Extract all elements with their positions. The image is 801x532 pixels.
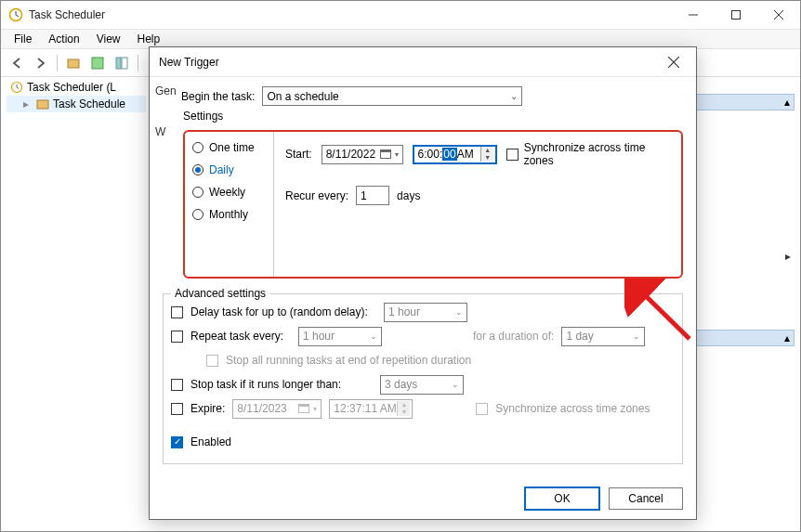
expire-date-value: 8/11/2023: [237, 402, 286, 415]
recur-value-field[interactable]: 1: [356, 186, 389, 205]
settings-legend: Settings: [183, 110, 223, 123]
repeat-value: 1 hour: [303, 330, 335, 343]
tree-child-label: Task Schedule: [53, 97, 125, 110]
forward-button[interactable]: [31, 53, 51, 73]
maximize-button[interactable]: [715, 1, 757, 29]
collapse-icon: ▴: [784, 96, 790, 109]
svg-rect-2: [68, 59, 79, 68]
settings-fieldset: Settings One time Daily Weekly Monthly S…: [163, 111, 683, 282]
calendar-icon: [298, 403, 309, 414]
chevron-down-icon: ⌄: [510, 91, 518, 101]
sync-tz2-checkbox: [476, 403, 488, 415]
duration-value: 1 day: [566, 330, 593, 343]
svg-rect-12: [380, 150, 390, 153]
delay-label: Delay task for up to (random delay):: [190, 305, 376, 318]
repeat-combo[interactable]: 1 hour⌄: [298, 327, 382, 346]
toolbar-icon-1[interactable]: [63, 53, 84, 73]
duration-combo[interactable]: 1 day⌄: [561, 327, 645, 346]
advanced-legend: Advanced settings: [171, 287, 269, 300]
stop-all-label: Stop all running tasks at end of repetit…: [226, 354, 471, 367]
tree-view[interactable]: Task Scheduler (L ▸ Task Schedule: [7, 79, 146, 112]
start-time-suffix: AM: [457, 148, 474, 161]
toolbar-separator: [57, 55, 58, 71]
expire-time-field: 12:37:11 AM ▲▼: [329, 399, 413, 419]
advanced-fieldset: Advanced settings Delay task for up to (…: [163, 293, 683, 464]
svg-rect-14: [299, 405, 309, 408]
delay-value: 1 hour: [388, 305, 420, 318]
toolbar-icon-2[interactable]: [87, 53, 108, 73]
begin-task-value: On a schedule: [267, 90, 338, 103]
window-title: Task Scheduler: [29, 8, 105, 21]
start-label: Start:: [285, 148, 312, 161]
dialog-close-button[interactable]: [661, 49, 687, 75]
stop-longer-label: Stop task if it runs longer than:: [190, 378, 373, 391]
menu-action[interactable]: Action: [41, 31, 86, 47]
sync-tz2-label: Synchronize across time zones: [495, 402, 650, 415]
expire-date-field: 8/11/2023 ▾: [232, 399, 322, 419]
chevron-down-icon: ⌄: [455, 307, 463, 317]
radio-daily[interactable]: Daily: [192, 163, 266, 176]
toolbar-separator: [138, 55, 138, 71]
expire-time-value: 12:37:11 AM: [334, 402, 396, 415]
settings-highlight-box: One time Daily Weekly Monthly Start: 8/1…: [183, 130, 683, 279]
recur-value: 1: [361, 189, 367, 202]
start-time-selected-segment: 00: [442, 148, 456, 161]
behind-tab-gen: Gen: [155, 84, 177, 97]
new-trigger-dialog: New Trigger Gen W Begin the task: On a s…: [149, 46, 697, 520]
stop-longer-value: 3 days: [385, 378, 417, 391]
close-button[interactable]: [757, 1, 800, 29]
time-spinner: ▲▼: [397, 401, 410, 416]
ok-button[interactable]: OK: [525, 487, 599, 510]
menu-view[interactable]: View: [89, 31, 128, 47]
stop-all-checkbox: [206, 355, 218, 367]
chevron-down-icon: ⌄: [370, 331, 377, 341]
radio-one-time[interactable]: One time: [192, 141, 266, 154]
frequency-column: One time Daily Weekly Monthly: [185, 132, 274, 277]
menu-help[interactable]: Help: [130, 31, 168, 47]
app-icon: [8, 7, 23, 22]
tree-root[interactable]: Task Scheduler (L: [7, 79, 146, 96]
expire-label: Expire:: [190, 402, 225, 415]
svg-rect-5: [122, 58, 127, 69]
expand-icon[interactable]: ▸: [23, 97, 33, 110]
minimize-button[interactable]: [672, 1, 715, 29]
enabled-label: Enabled: [190, 435, 231, 448]
svg-rect-1: [732, 11, 741, 19]
stop-longer-combo[interactable]: 3 days⌄: [380, 375, 464, 395]
back-button[interactable]: [7, 53, 27, 73]
recur-unit: days: [397, 189, 420, 202]
tree-root-label: Task Scheduler (L: [27, 81, 116, 94]
start-date-value: 8/11/2022: [326, 148, 375, 161]
delay-combo[interactable]: 1 hour⌄: [384, 303, 467, 322]
start-date-field[interactable]: 8/11/2022 ▾: [322, 145, 403, 164]
menu-file[interactable]: File: [7, 31, 39, 47]
chevron-down-icon: ▾: [395, 150, 399, 159]
tree-child[interactable]: ▸ Task Schedule: [7, 96, 146, 112]
begin-task-select[interactable]: On a schedule ⌄: [262, 86, 522, 106]
chevron-down-icon: ⌄: [633, 331, 640, 341]
scroll-arrow-icon: ▸: [692, 250, 794, 263]
repeat-label: Repeat task every:: [190, 330, 291, 343]
dialog-footer: OK Cancel: [525, 487, 683, 510]
toolbar-icon-3[interactable]: [112, 53, 132, 73]
start-time-field[interactable]: 6:00:00 AM ▲▼: [413, 145, 498, 164]
time-spinner[interactable]: ▲▼: [480, 147, 493, 162]
delay-checkbox[interactable]: [171, 306, 183, 318]
calendar-icon: [380, 149, 391, 160]
repeat-checkbox[interactable]: [171, 331, 183, 343]
enabled-checkbox[interactable]: [171, 436, 183, 448]
chevron-down-icon: ⌄: [452, 380, 459, 389]
expire-checkbox[interactable]: [171, 403, 183, 415]
sync-tz-label: Synchronize across time zones: [524, 141, 670, 167]
collapse-icon: ▴: [784, 331, 790, 344]
sync-tz-checkbox[interactable]: [506, 149, 518, 161]
start-time-prefix: 6:00:: [418, 148, 443, 161]
cancel-button[interactable]: Cancel: [609, 487, 683, 510]
radio-weekly[interactable]: Weekly: [192, 186, 266, 199]
recur-label: Recur every:: [285, 189, 348, 202]
svg-rect-3: [92, 58, 103, 69]
radio-monthly[interactable]: Monthly: [192, 208, 266, 221]
duration-label: for a duration of:: [473, 330, 554, 343]
main-titlebar: Task Scheduler: [1, 1, 800, 29]
stop-longer-checkbox[interactable]: [171, 379, 183, 391]
